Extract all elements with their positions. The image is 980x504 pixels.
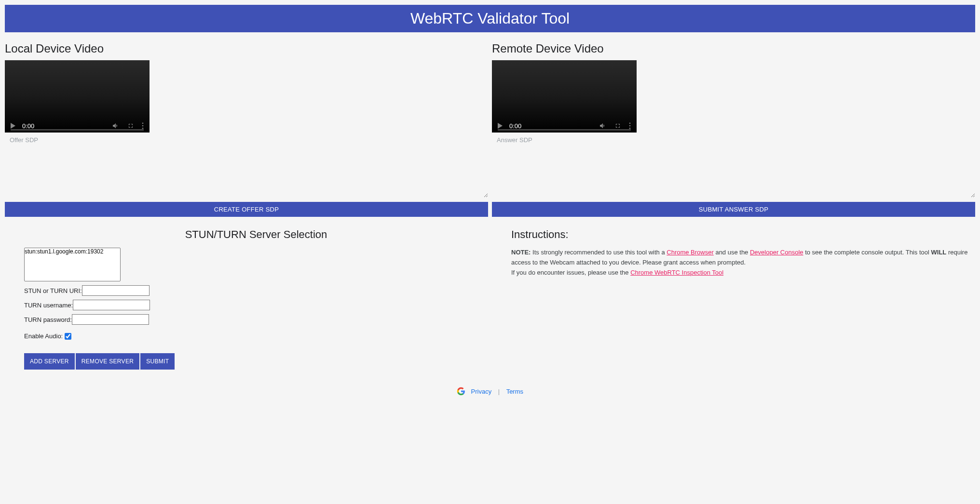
svg-point-3 — [629, 122, 631, 124]
turn-password-input[interactable] — [72, 314, 149, 325]
turn-username-input[interactable] — [73, 300, 150, 310]
server-option[interactable]: stun:stun1.l.google.com:19302 — [25, 248, 120, 255]
turn-password-label: TURN password: — [24, 316, 72, 323]
turn-username-label: TURN username: — [24, 302, 73, 309]
play-icon[interactable] — [498, 123, 503, 129]
remote-video-heading: Remote Device Video — [492, 42, 975, 55]
add-server-button[interactable]: ADD SERVER — [24, 353, 75, 370]
create-offer-button[interactable]: CREATE OFFER SDP — [5, 202, 488, 217]
local-video-heading: Local Device Video — [5, 42, 488, 55]
google-logo-icon — [457, 387, 465, 397]
enable-audio-label: Enable Audio: — [24, 332, 63, 340]
volume-icon[interactable] — [599, 122, 607, 130]
note-label: NOTE: — [511, 249, 531, 256]
instructions-paragraph-1: NOTE: Its strongly recommended to use th… — [511, 248, 975, 268]
developer-console-link[interactable]: Developer Console — [750, 249, 803, 256]
more-icon[interactable] — [629, 122, 631, 129]
fullscreen-icon[interactable] — [614, 122, 621, 129]
server-list-select[interactable]: stun:stun1.l.google.com:19302 — [24, 248, 121, 281]
instructions-paragraph-2: If you do encounter issues, please use t… — [511, 268, 975, 278]
privacy-link[interactable]: Privacy — [471, 388, 492, 395]
page-title: WebRTC Validator Tool — [5, 5, 975, 32]
footer-separator: | — [498, 388, 500, 395]
answer-sdp-textarea[interactable] — [492, 133, 975, 198]
chrome-browser-link[interactable]: Chrome Browser — [667, 249, 714, 256]
submit-servers-button[interactable]: SUBMIT — [140, 353, 175, 370]
server-section-heading: STUN/TURN Server Selection — [24, 228, 488, 241]
svg-point-1 — [142, 125, 144, 127]
remote-video-time: 0:00 — [509, 122, 521, 130]
remove-server-button[interactable]: REMOVE SERVER — [76, 353, 139, 370]
svg-point-4 — [629, 125, 631, 127]
webrtc-inspection-link[interactable]: Chrome WebRTC Inspection Tool — [630, 269, 723, 276]
uri-label: STUN or TURN URI: — [24, 287, 82, 294]
remote-video-player[interactable]: 0:00 — [492, 60, 637, 133]
footer: Privacy | Terms — [5, 387, 975, 397]
instructions-heading: Instructions: — [511, 228, 975, 241]
fullscreen-icon[interactable] — [127, 122, 134, 129]
play-icon[interactable] — [11, 123, 15, 129]
submit-answer-button[interactable]: SUBMIT ANSWER SDP — [492, 202, 975, 217]
stun-turn-uri-input[interactable] — [82, 285, 150, 296]
offer-sdp-textarea[interactable] — [5, 133, 488, 198]
more-icon[interactable] — [142, 122, 144, 129]
volume-icon[interactable] — [112, 122, 120, 130]
enable-audio-checkbox[interactable] — [65, 333, 71, 340]
local-video-time: 0:00 — [22, 122, 34, 130]
local-video-player[interactable]: 0:00 — [5, 60, 150, 133]
svg-point-0 — [142, 122, 144, 124]
terms-link[interactable]: Terms — [506, 388, 523, 395]
